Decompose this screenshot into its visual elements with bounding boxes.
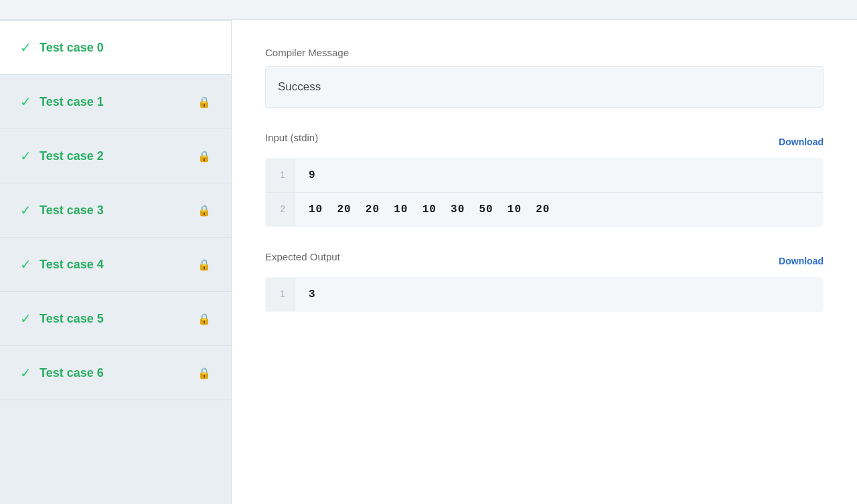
main-container: ✓ Test case 0 ✓ Test case 1 🔒 ✓ Test cas… — [0, 20, 857, 504]
expected-output-section: Expected Output Download 1 3 — [265, 251, 824, 312]
expected-output-title: Expected Output — [265, 251, 340, 262]
sidebar-item-3[interactable]: ✓ Test case 3 🔒 — [0, 183, 231, 238]
expected-output-download-link[interactable]: Download — [779, 256, 824, 266]
sidebar-item-6[interactable]: ✓ Test case 6 🔒 — [0, 346, 231, 400]
test-case-label-5: Test case 5 — [40, 312, 192, 326]
sidebar: ✓ Test case 0 ✓ Test case 1 🔒 ✓ Test cas… — [0, 20, 231, 504]
input-title: Input (stdin) — [265, 132, 318, 143]
expected-output-line-1: 1 3 — [266, 278, 824, 312]
test-case-label-3: Test case 3 — [40, 203, 192, 218]
sidebar-item-0[interactable]: ✓ Test case 0 — [0, 20, 231, 75]
compiler-message-value: Success — [265, 66, 824, 108]
test-case-label-6: Test case 6 — [40, 366, 192, 380]
lock-icon-5: 🔒 — [198, 313, 211, 325]
input-line-content-2: 10 20 20 10 10 30 50 10 20 — [295, 193, 824, 227]
lock-icon-1: 🔒 — [198, 96, 211, 108]
test-case-label-2: Test case 2 — [40, 149, 192, 163]
input-table: 1 9 2 10 20 20 10 10 30 50 10 20 — [265, 158, 824, 227]
lock-icon-4: 🔒 — [198, 258, 211, 271]
expected-output-table: 1 3 — [265, 277, 824, 312]
check-icon-5: ✓ — [20, 311, 31, 327]
sidebar-item-2[interactable]: ✓ Test case 2 🔒 — [0, 129, 231, 183]
input-line-num-1: 1 — [266, 159, 295, 193]
expected-output-line-num-1: 1 — [266, 278, 295, 312]
lock-icon-2: 🔒 — [198, 150, 211, 163]
compiler-message-section: Compiler Message Success — [265, 47, 824, 108]
check-icon-2: ✓ — [20, 148, 31, 164]
test-case-label-0: Test case 0 — [40, 41, 211, 55]
sidebar-item-5[interactable]: ✓ Test case 5 🔒 — [0, 292, 231, 346]
sidebar-item-4[interactable]: ✓ Test case 4 🔒 — [0, 238, 231, 292]
check-icon-3: ✓ — [20, 202, 31, 218]
input-line-num-2: 2 — [266, 193, 295, 227]
input-section: Input (stdin) Download 1 9 2 10 20 20 10… — [265, 132, 824, 227]
check-icon-0: ✓ — [20, 39, 31, 56]
expected-output-line-content-1: 3 — [295, 278, 824, 312]
expected-output-header: Expected Output Download — [265, 251, 824, 270]
top-bar — [0, 0, 857, 20]
lock-icon-6: 🔒 — [198, 367, 211, 380]
input-download-link[interactable]: Download — [779, 137, 824, 147]
input-line-content-1: 9 — [295, 159, 824, 193]
check-icon-4: ✓ — [20, 256, 31, 272]
input-line-2: 2 10 20 20 10 10 30 50 10 20 — [266, 193, 824, 227]
check-icon-6: ✓ — [20, 365, 31, 381]
sidebar-item-1[interactable]: ✓ Test case 1 🔒 — [0, 75, 231, 129]
check-icon-1: ✓ — [20, 94, 31, 110]
input-section-header: Input (stdin) Download — [265, 132, 824, 151]
input-line-1: 1 9 — [266, 159, 824, 193]
lock-icon-3: 🔒 — [198, 204, 211, 217]
test-case-label-4: Test case 4 — [40, 258, 192, 272]
main-content: Compiler Message Success Input (stdin) D… — [231, 20, 857, 504]
compiler-message-title: Compiler Message — [265, 47, 824, 58]
test-case-label-1: Test case 1 — [40, 95, 192, 109]
